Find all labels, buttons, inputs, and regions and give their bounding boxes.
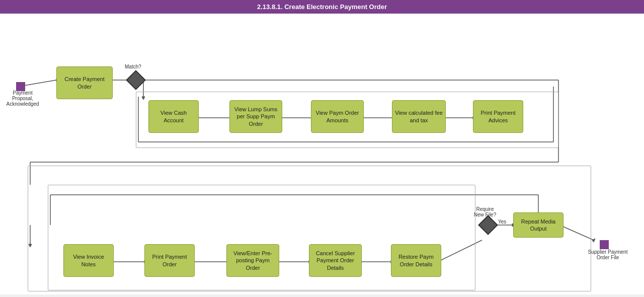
print-payment-order-label: Print Payment Order [147, 253, 192, 268]
print-payment-order-node: Print Payment Order [144, 244, 195, 277]
print-payment-advices-node: Print Payment Advices [473, 100, 523, 133]
restore-paym-node: Restore Paym Order Details [391, 244, 441, 277]
create-payment-order-node: Create Payment Order [56, 66, 113, 99]
create-payment-order-label: Create Payment Order [59, 76, 110, 90]
view-cash-account-label: View Cash Account [151, 109, 196, 124]
view-cash-account-node: View Cash Account [148, 100, 199, 133]
match-label: Match? [125, 64, 141, 69]
view-invoice-notes-node: View Invoice Notes [63, 244, 114, 277]
diagram-area: Payment Proposal, Acknowledged Create Pa… [0, 14, 644, 294]
view-paym-order-amounts-label: View Paym Order Amounts [313, 109, 361, 124]
end-node [600, 240, 609, 249]
view-calculated-node: View calculated fee and tax [392, 100, 446, 133]
view-invoice-notes-label: View Invoice Notes [66, 253, 111, 268]
view-calculated-label: View calculated fee and tax [394, 109, 443, 124]
yes-label: Yes [498, 219, 506, 225]
view-enter-pre-posting-node: View/Enter Pre- posting Paym Order [226, 244, 279, 277]
match-diamond [126, 70, 146, 90]
require-new-file-label: RequireNew File? [470, 206, 500, 217]
supplier-payment-order-file-label: Supplier Payment Order File [588, 249, 628, 260]
restore-paym-label: Restore Paym Order Details [393, 253, 439, 268]
view-lump-sums-node: View Lump Sums per Supp Paym Order [229, 100, 282, 133]
svg-line-0 [21, 80, 56, 86]
cancel-supplier-label: Cancel Supplier Payment Order Details [311, 250, 359, 271]
title-bar: 2.13.8.1. Create Electronic Payment Orde… [0, 0, 644, 14]
cancel-supplier-node: Cancel Supplier Payment Order Details [309, 244, 362, 277]
diagram-title: 2.13.8.1. Create Electronic Payment Orde… [257, 3, 387, 11]
view-enter-pre-posting-label: View/Enter Pre- posting Paym Order [229, 250, 277, 271]
view-lump-sums-label: View Lump Sums per Supp Paym Order [232, 106, 280, 127]
view-paym-order-amounts-node: View Paym Order Amounts [311, 100, 364, 133]
svg-marker-32 [592, 239, 595, 242]
print-payment-advices-label: Print Payment Advices [475, 109, 521, 124]
repeat-media-output-node: Repeat Media Output [513, 212, 564, 238]
payment-proposal-label: Payment Proposal, Acknowledged [5, 90, 40, 107]
repeat-media-output-label: Repeat Media Output [516, 218, 561, 233]
